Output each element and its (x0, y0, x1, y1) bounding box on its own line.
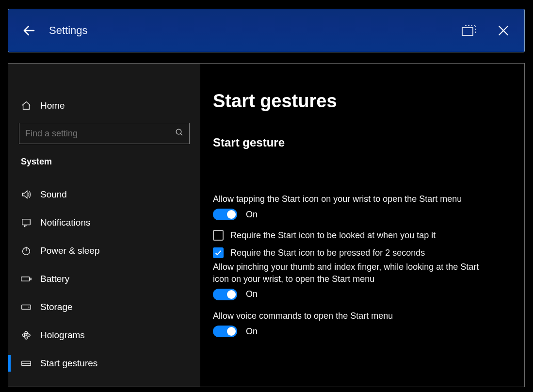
sound-icon (21, 189, 32, 200)
window-follow-icon (461, 24, 478, 37)
notifications-icon (21, 217, 32, 228)
home-icon (21, 100, 32, 111)
sidebar-home-label: Home (40, 100, 65, 111)
close-button[interactable] (486, 14, 520, 48)
svg-point-6 (176, 129, 181, 134)
setting-require-press: Require the Start icon to be pressed for… (213, 247, 507, 258)
sidebar: Home System Sound Notifications (8, 64, 200, 387)
page-title: Start gestures (213, 91, 507, 112)
storage-icon (21, 302, 32, 312)
setting-voice: Allow voice commands to open the Start m… (213, 310, 507, 337)
setting-label: Allow pinching your thumb and index fing… (213, 261, 485, 285)
main-content: Start gestures Start gesture Allow tappi… (200, 64, 524, 387)
window-body: Home System Sound Notifications (8, 63, 525, 387)
svg-rect-1 (462, 28, 473, 35)
svg-point-17 (25, 334, 27, 336)
setting-pinch: Allow pinching your thumb and index fing… (213, 261, 507, 300)
power-icon (21, 245, 32, 256)
follow-me-button[interactable] (452, 14, 486, 48)
toggle-pinch[interactable] (213, 289, 237, 300)
sidebar-item-label: Notifications (40, 217, 91, 228)
titlebar: Settings (8, 9, 525, 52)
sidebar-item-power-sleep[interactable]: Power & sleep (19, 237, 190, 265)
svg-rect-8 (22, 219, 31, 225)
holograms-icon (21, 330, 32, 341)
settings-window: Settings Home (8, 9, 525, 387)
sidebar-section-label: System (21, 157, 190, 167)
sidebar-item-battery[interactable]: Battery (19, 265, 190, 293)
sidebar-item-label: Sound (40, 189, 67, 200)
checkbox-label: Require the Start icon to be pressed for… (230, 248, 425, 258)
sidebar-item-label: Start gestures (40, 358, 97, 369)
close-icon (497, 24, 510, 37)
setting-label: Allow tapping the Start icon on your wri… (213, 193, 485, 205)
toggle-state: On (246, 327, 258, 337)
sidebar-item-notifications[interactable]: Notifications (19, 209, 190, 237)
toggle-state: On (246, 289, 258, 299)
toggle-state: On (246, 210, 258, 220)
battery-icon (21, 274, 32, 284)
sidebar-item-storage[interactable]: Storage (19, 293, 190, 321)
sidebar-item-holograms[interactable]: Holograms (19, 321, 190, 349)
checkbox-require-press[interactable] (213, 247, 224, 258)
sidebar-item-start-gestures[interactable]: Start gestures (19, 349, 190, 377)
sidebar-item-sound[interactable]: Sound (19, 180, 190, 209)
setting-label: Allow voice commands to open the Start m… (213, 310, 485, 322)
search-wrap (19, 123, 190, 144)
setting-tap-wrist: Allow tapping the Start icon on your wri… (213, 193, 507, 220)
svg-rect-12 (30, 278, 32, 279)
window-title: Settings (49, 24, 452, 37)
search-icon (175, 128, 184, 139)
group-title: Start gesture (213, 136, 507, 149)
sidebar-home[interactable]: Home (19, 92, 190, 120)
toggle-tap-wrist[interactable] (213, 209, 237, 220)
svg-point-14 (28, 307, 29, 308)
sidebar-item-label: Holograms (40, 330, 85, 341)
sidebar-item-label: Power & sleep (40, 245, 100, 256)
checkbox-label: Require the Start icon to be looked at w… (230, 230, 436, 241)
svg-rect-11 (21, 277, 30, 281)
setting-require-look: Require the Start icon to be looked at w… (213, 230, 507, 241)
search-input[interactable] (19, 123, 190, 144)
back-button[interactable] (12, 14, 46, 48)
checkbox-require-look[interactable] (213, 230, 224, 241)
sidebar-item-label: Battery (40, 274, 69, 284)
svg-line-7 (180, 133, 182, 135)
arrow-left-icon (22, 23, 36, 38)
toggle-voice[interactable] (213, 326, 237, 337)
start-gestures-icon (21, 358, 32, 369)
sidebar-item-label: Storage (40, 302, 73, 312)
